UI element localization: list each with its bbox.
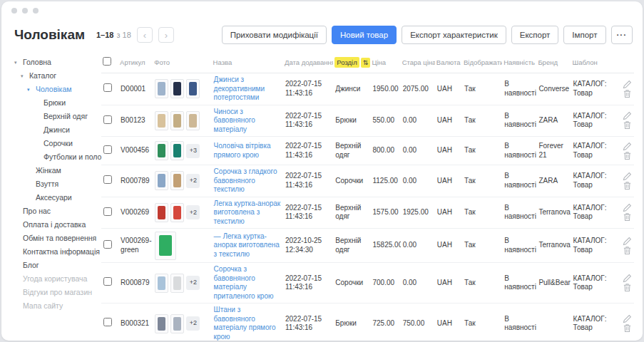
sidebar-item[interactable]: Відгуки про магазин <box>14 286 101 299</box>
hide-modifications-button[interactable]: Приховати модифікації <box>222 26 327 44</box>
delete-button[interactable] <box>623 120 632 130</box>
row-checkbox[interactable] <box>103 207 112 216</box>
product-name-link[interactable]: Сорочка з бавовняного матеріалу притален… <box>214 265 281 301</box>
column-header[interactable]: Фото <box>153 51 211 73</box>
template-value: КАТАЛОГ: Товар <box>573 112 607 129</box>
price-value: 700.00 <box>372 279 394 286</box>
brand-value: Forever 21 <box>538 142 563 159</box>
column-header[interactable]: Валюта <box>435 51 462 73</box>
row-checkbox[interactable] <box>103 318 112 326</box>
table-row: V000269 +2 Легка куртка-анорак виготовле… <box>101 197 634 229</box>
product-photo <box>170 274 184 293</box>
more-photos-badge[interactable]: +2 <box>186 205 200 219</box>
product-photo <box>155 232 176 260</box>
delete-button[interactable] <box>623 246 632 255</box>
more-photos-badge[interactable]: +2 <box>186 174 200 188</box>
photo-cell <box>155 79 209 98</box>
brand-value: Pull&Bear <box>538 279 570 286</box>
sidebar-item[interactable]: ▾ Головна <box>14 56 101 69</box>
delete-button[interactable] <box>623 283 632 292</box>
row-checkbox[interactable] <box>103 175 112 184</box>
sidebar-item[interactable]: Обмін та повернення <box>14 232 101 245</box>
table-header-row: АртикулФотоНазваДата додаванняРозділ⇅Цін… <box>101 51 634 73</box>
availability-value: В наявності <box>504 142 536 159</box>
column-header[interactable]: Дата додавання <box>283 51 333 73</box>
sidebar-item[interactable]: Сорочки <box>14 137 101 150</box>
column-header[interactable]: Шаблон <box>571 51 607 73</box>
import-button[interactable]: Імпорт <box>563 26 605 44</box>
column-header[interactable]: Наявність <box>502 51 536 73</box>
sidebar-item[interactable]: Джинси <box>14 123 101 137</box>
edit-button[interactable] <box>623 172 632 181</box>
product-name-link[interactable]: Чиноси з бавовняного матеріалу <box>214 108 281 135</box>
sidebar-item[interactable]: Жінкам <box>14 164 101 177</box>
edit-button[interactable] <box>623 274 632 283</box>
new-product-button[interactable]: Новий товар <box>332 26 397 44</box>
currency-value: UAH <box>437 177 452 185</box>
edit-button[interactable] <box>623 111 632 120</box>
sidebar-item[interactable]: Взуття <box>14 177 101 191</box>
export-characteristics-button[interactable]: Експорт характеристик <box>402 26 506 44</box>
column-header[interactable]: Назва <box>212 51 283 73</box>
row-checkbox[interactable] <box>103 240 112 249</box>
pencil-icon <box>623 203 632 212</box>
product-photo <box>155 171 168 190</box>
column-header[interactable]: Ціна <box>370 51 400 73</box>
delete-button[interactable] <box>623 151 632 160</box>
edit-button[interactable] <box>623 237 632 246</box>
photo-cell: +2 <box>155 171 209 190</box>
next-page-button[interactable]: › <box>158 27 174 43</box>
edit-button[interactable] <box>623 203 632 212</box>
sidebar-item[interactable]: ▾ Каталог <box>14 69 101 83</box>
sidebar-item[interactable]: Блог <box>14 259 101 272</box>
more-actions-button[interactable]: ··· <box>611 26 633 44</box>
row-checkbox[interactable] <box>103 277 112 286</box>
row-checkbox[interactable] <box>103 145 112 154</box>
row-checkbox[interactable] <box>103 83 112 92</box>
edit-button[interactable] <box>623 80 632 89</box>
sidebar-item[interactable]: Футболки и поло <box>14 150 101 164</box>
old-price-value: 0.00 <box>403 241 416 249</box>
template-value: КАТАЛОГ: Товар <box>573 237 607 254</box>
table-row: V000456 +3 Чоловіча вітрівка прямого кро… <box>101 137 634 165</box>
column-header[interactable]: Бренд <box>536 51 571 73</box>
delete-button[interactable] <box>623 323 632 333</box>
column-header[interactable]: Артикул <box>118 51 153 73</box>
sidebar-item[interactable]: Мапа сайту <box>14 299 101 313</box>
sidebar-item-label: Чоловікам <box>36 83 72 96</box>
sidebar-item[interactable]: ▾ Чоловікам <box>14 83 101 96</box>
sidebar-item[interactable]: Брюки <box>14 96 101 110</box>
sidebar-item-label: Аксесуари <box>36 191 72 204</box>
more-photos-badge[interactable]: +3 <box>186 144 200 158</box>
export-button[interactable]: Експорт <box>511 26 559 44</box>
prev-page-button[interactable]: ‹ <box>137 27 153 43</box>
column-header[interactable]: Стара ціна <box>401 51 435 73</box>
product-name-link[interactable]: Чоловіча вітрівка прямого крою <box>214 142 281 160</box>
row-checkbox[interactable] <box>103 115 112 124</box>
column-header[interactable]: Розділ⇅ <box>333 51 370 73</box>
product-name-link[interactable]: Легка куртка-анорак виготовлена з тексти… <box>214 200 281 227</box>
product-name-link[interactable]: Штани з бавовняного матеріалу прямого кр… <box>214 306 281 341</box>
edit-button[interactable] <box>623 142 632 151</box>
column-header[interactable]: Відображати <box>462 51 502 73</box>
more-photos-badge[interactable]: +2 <box>186 276 200 290</box>
more-photos-badge[interactable]: +2 <box>186 316 200 331</box>
sort-icon[interactable]: ⇅ <box>361 58 371 68</box>
sidebar-item[interactable]: Про нас <box>14 204 101 218</box>
sidebar-item[interactable]: Контактна інформація <box>14 245 101 259</box>
sidebar-item[interactable]: Оплата і доставка <box>14 218 101 232</box>
sidebar-item[interactable]: Верхній одяг <box>14 110 101 123</box>
edit-button[interactable] <box>623 314 632 323</box>
product-name-link[interactable]: Джинси з декоративними потертостями <box>214 76 281 103</box>
product-name-link[interactable]: — Легка куртка-анорак виготовлена з текс… <box>214 232 281 259</box>
section-value: Верхній одяг <box>335 142 361 159</box>
delete-button[interactable] <box>623 181 632 190</box>
product-name-link[interactable]: Сорочка з гладкого бавовняного текстилю <box>214 167 281 195</box>
pencil-icon <box>623 172 632 181</box>
sidebar-item[interactable]: Аксесуари <box>14 191 101 204</box>
select-all-checkbox[interactable] <box>103 57 111 66</box>
delete-button[interactable] <box>623 89 632 98</box>
sidebar-item-label: Каталог <box>29 69 56 83</box>
delete-button[interactable] <box>623 212 632 222</box>
sidebar-item[interactable]: Угода користувача <box>14 272 101 286</box>
